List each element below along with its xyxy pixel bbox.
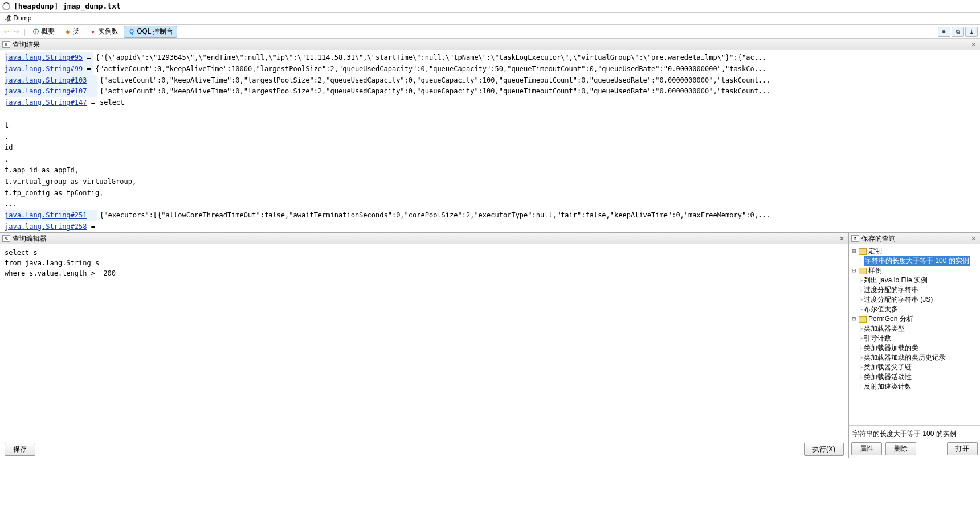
result-link[interactable]: java.lang.String#95 [5,54,83,61]
result-link[interactable]: java.lang.String#103 [5,76,87,84]
result-link[interactable]: java.lang.String#258 [5,223,87,231]
window-title-bar: [heapdump] jmap_dump.txt [0,0,980,13]
collapse-icon[interactable]: ⊟ [851,314,857,324]
tree-node-permgen-item[interactable]: └反射加速类计数 [851,382,978,392]
result-text: {"activeCount":0,"keepAliveTime":0,"larg… [100,86,975,97]
collapse-icon[interactable]: ⊟ [851,246,857,256]
tree-node-sample-item[interactable]: └布尔值太多 [851,305,978,314]
overview-label: 概要 [41,27,55,36]
result-row: java.lang.String#251 = {"executors":[{"a… [5,210,975,221]
result-text: {"activeCount":0,"keepAliveTime":10000,"… [96,64,975,75]
tree-node-sample-item[interactable]: ├过度分配的字符串 (JS) [851,295,978,305]
class-icon: ◆ [64,28,72,36]
oql-label: OQL 控制台 [137,27,173,36]
result-row: java.lang.String#103 = {"activeCount":0,… [5,75,975,87]
attributes-button[interactable]: 属性 [851,442,882,455]
editor-icon: ✎ [2,235,10,242]
instances-button[interactable]: ● 实例数 [85,26,122,38]
folder-icon [859,316,867,323]
result-text: select [100,97,975,109]
result-row: java.lang.String#99 = {"activeCount":0,"… [5,64,975,75]
window-title: [heapdump] jmap_dump.txt [14,2,121,10]
saved-queries-tree[interactable]: ⊟定制 └字符串的长度大于等于 100 的实例 ⊟样例 ├列出 java.io.… [849,244,980,425]
result-row: java.lang.String#258 = [5,221,975,232]
tree-node-permgen-item[interactable]: ├类加载器类型 [851,324,978,334]
tree-node-permgen-item[interactable]: ├类加载器加载的类 [851,343,978,353]
tab-heap-dump[interactable]: 堆 Dump [5,14,31,23]
result-text: {"{\"appId\":\"1293645\",\"endTime\":nul… [96,52,975,64]
overview-button[interactable]: ⓘ 概要 [28,26,59,38]
tree-node-permgen-item[interactable]: ├类加载器活动性 [851,372,978,382]
tree-node-permgen[interactable]: ⊟PermGen 分析 [851,314,978,324]
result-multiline: t . id , t.app_id as appId, t.virtual_gr… [5,109,975,210]
result-link[interactable]: java.lang.String#99 [5,65,83,73]
tree-node-sample[interactable]: ⊟样例 [851,266,978,276]
saved-title: 保存的查询 [861,234,896,244]
results-title: 查询结果 [13,40,40,50]
results-panel[interactable]: java.lang.String#95 = {"{\"appId\":\"129… [0,50,980,232]
result-link[interactable]: java.lang.String#147 [5,98,87,106]
tree-node-permgen-item[interactable]: ├类加载器父子链 [851,363,978,372]
info-icon: ⓘ [32,28,40,36]
tree-node-custom[interactable]: ⊟定制 [851,246,978,256]
editor-title: 查询编辑器 [13,234,47,244]
export-icon[interactable]: ⤓ [965,27,978,37]
instance-icon: ● [89,28,97,36]
tree-node-permgen-item[interactable]: ├引导计数 [851,334,978,343]
execute-button[interactable]: 执行(X) [804,443,844,456]
result-text [100,221,975,232]
tree-node-permgen-item[interactable]: ├类加载器加载的类历史记录 [851,353,978,363]
results-icon: ≡ [2,41,10,48]
result-row: java.lang.String#107 = {"activeCount":0,… [5,86,975,97]
selected-query-name: 字符串的长度大于等于 100 的实例 [851,428,978,442]
instances-label: 实例数 [98,27,119,36]
close-icon[interactable]: ✕ [838,235,846,242]
result-row: java.lang.String#147 = select [5,97,975,109]
open-button[interactable]: 打开 [947,442,978,455]
editor-footer: 保存 执行(X) [0,441,848,458]
result-link[interactable]: java.lang.String#251 [5,211,87,219]
folder-icon [859,268,867,274]
loading-spinner-icon [2,2,10,10]
close-icon[interactable]: ✕ [969,41,978,48]
results-panel-header: ≡ 查询结果 ✕ [0,39,980,50]
result-link[interactable]: java.lang.String#107 [5,87,87,95]
oql-icon: Q [128,28,136,36]
oql-console-button[interactable]: Q OQL 控制台 [124,26,177,38]
classes-button[interactable]: ◆ 类 [60,26,84,38]
saved-icon: 🗎 [851,235,859,242]
copy-icon[interactable]: ⧉ [952,27,964,37]
saved-panel-header: 🗎 保存的查询 ✕ [849,233,980,244]
tab-row: 堆 Dump [0,13,980,25]
forward-arrow-icon[interactable]: ⇨ [13,28,21,36]
query-editor[interactable]: select s from java.lang.String s where s… [0,244,848,441]
delete-button[interactable]: 删除 [885,442,916,455]
collapse-icon[interactable]: ⊟ [851,266,857,276]
editor-panel-header: ✎ 查询编辑器 ✕ [0,233,848,244]
result-text: {"executors":[{"allowCoreThreadTimeOut":… [100,210,975,221]
saved-footer: 字符串的长度大于等于 100 的实例 属性 删除 打开 [849,425,980,458]
result-text: {"activeCount":0,"keepAliveTime":0,"larg… [100,75,975,87]
folder-icon [859,248,867,255]
tree-node-sample-item[interactable]: ├列出 java.io.File 实例 [851,276,978,285]
back-arrow-icon[interactable]: ⇦ [2,28,10,36]
tree-node-sample-item[interactable]: ├过度分配的字符串 [851,285,978,295]
save-button[interactable]: 保存 [5,443,35,456]
result-row: java.lang.String#95 = {"{\"appId\":\"129… [5,52,975,64]
classes-label: 类 [73,27,80,36]
details-view-icon[interactable]: ≡ [938,27,950,37]
close-icon[interactable]: ✕ [969,235,978,242]
tree-node-custom-query[interactable]: └字符串的长度大于等于 100 的实例 [851,256,978,266]
toolbar: ⇦ ⇨ | ⓘ 概要 ◆ 类 ● 实例数 Q OQL 控制台 ≡ ⧉ ⤓ [0,25,980,39]
